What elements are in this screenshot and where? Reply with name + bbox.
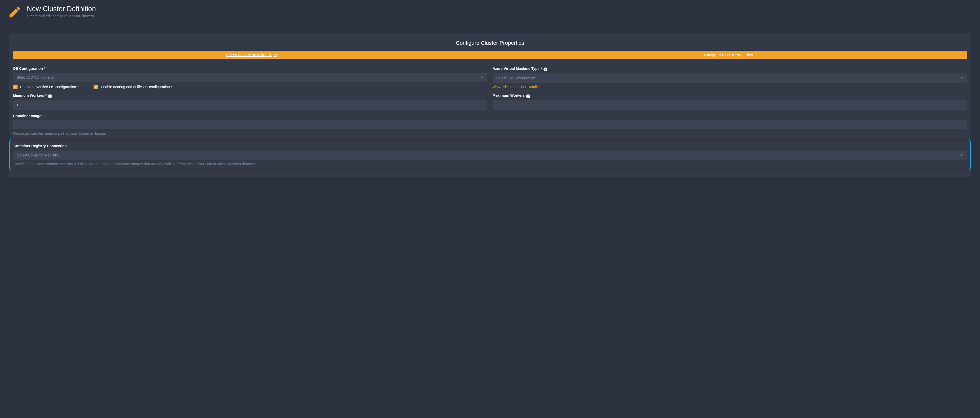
panel-heading: Configure Cluster Properties <box>9 40 971 46</box>
max-workers-group: Maximum Workers i <box>493 93 967 110</box>
vm-type-group: Azure Virtual Machine Type * i Select VM… <box>493 67 967 89</box>
min-workers-input[interactable] <box>13 101 487 110</box>
vm-type-select[interactable]: Select VM Configuration... <box>493 73 967 83</box>
container-image-label: Container Image * <box>13 114 967 118</box>
os-config-select[interactable]: Select OS Configuration... <box>13 73 487 82</box>
pencil-icon <box>8 5 22 20</box>
min-workers-group: Minimum Workers * i <box>13 93 487 110</box>
max-workers-input[interactable] <box>493 101 967 110</box>
container-image-input[interactable] <box>13 120 967 129</box>
info-icon[interactable]: i <box>544 67 547 72</box>
enable-eol-os-label: Enable nearing end of life OS configurat… <box>101 85 172 89</box>
step-progress-bar: Select Cluster Definition Type Configure… <box>13 51 967 59</box>
container-registry-label: Container Registry Connection <box>13 144 967 148</box>
page-header: New Cluster Definition Create and edit c… <box>0 0 980 25</box>
step-select-type[interactable]: Select Cluster Definition Type <box>13 51 490 59</box>
container-image-group: Container Image * Please provide the nam… <box>13 114 967 136</box>
container-registry-help: Providing a custom container registry wi… <box>13 162 967 166</box>
min-workers-label: Minimum Workers * i <box>13 93 487 98</box>
container-image-help: Please provide the name or path of your … <box>13 131 967 136</box>
max-workers-label: Maximum Workers i <box>493 93 967 98</box>
enable-unverified-os-checkbox[interactable] <box>13 85 18 89</box>
pricing-details-link[interactable]: View Pricing and Tier Details <box>493 85 539 89</box>
page-title: New Cluster Definition <box>27 5 96 13</box>
step-configure-properties[interactable]: Configure Cluster Properties <box>490 51 967 59</box>
container-registry-select[interactable]: Select Container Registry... <box>13 150 967 160</box>
content-panel: Configure Cluster Properties Select Clus… <box>9 33 971 177</box>
container-registry-group: Container Registry Connection Select Con… <box>9 140 971 170</box>
enable-unverified-os-label: Enable unverified OS configuration? <box>20 85 78 89</box>
enable-eol-os-checkbox[interactable] <box>94 85 98 89</box>
os-config-label: OS Configuration * <box>13 67 487 70</box>
info-icon[interactable]: i <box>48 94 52 98</box>
os-config-group: OS Configuration * Select OS Configurati… <box>13 67 487 89</box>
info-icon[interactable]: i <box>526 94 530 98</box>
vm-type-label: Azure Virtual Machine Type * i <box>493 67 967 72</box>
page-subtitle: Create and edit configurations for clust… <box>27 14 96 18</box>
